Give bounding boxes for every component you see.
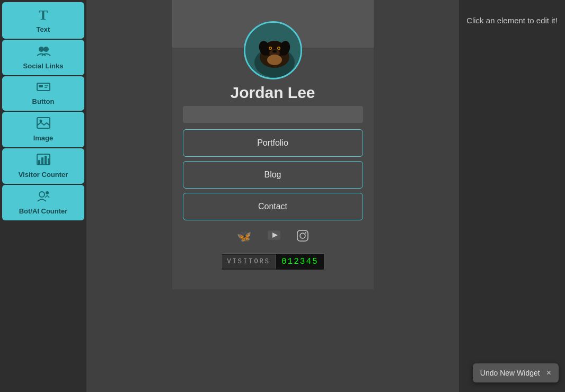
right-panel: Click an element to edit it!: [459, 0, 565, 392]
bot-ai-counter-icon: [37, 190, 50, 205]
image-icon: [37, 117, 50, 132]
sidebar-item-button[interactable]: Button: [2, 76, 84, 111]
svg-point-26: [278, 48, 279, 49]
visitors-count: 012345: [276, 254, 324, 270]
click-hint: Click an element to edit it!: [466, 16, 558, 25]
svg-point-25: [269, 48, 271, 49]
youtube-icon[interactable]: [267, 230, 281, 245]
svg-point-1: [43, 47, 49, 52]
visitor-counter-icon: [37, 154, 50, 168]
blog-button[interactable]: Blog: [183, 161, 363, 189]
sidebar-item-bot-ai-counter-label: Bot/AI Counter: [19, 207, 68, 215]
sidebar-item-visitor-counter[interactable]: Visitor Counter: [2, 148, 84, 184]
sidebar-item-button-label: Button: [32, 97, 55, 105]
sidebar-item-image-label: Image: [33, 134, 54, 142]
svg-point-13: [39, 192, 45, 197]
sidebar-item-image[interactable]: Image: [2, 112, 84, 147]
svg-point-27: [267, 55, 282, 65]
svg-point-0: [39, 47, 44, 52]
sidebar-item-social-links-label: Social Links: [23, 62, 64, 70]
profile-name[interactable]: Jordan Lee: [230, 84, 315, 102]
svg-rect-6: [37, 118, 50, 128]
avatar[interactable]: [244, 21, 302, 79]
visitor-counter: VISITORS 012345: [221, 253, 324, 270]
undo-toast: Undo New Widget ×: [473, 363, 559, 382]
social-icons-row: 🦋: [237, 230, 308, 245]
instagram-icon[interactable]: [297, 230, 308, 245]
social-links-icon: [36, 45, 51, 60]
svg-rect-11: [45, 156, 47, 164]
svg-rect-3: [39, 85, 43, 87]
link-buttons: Portfolio Blog Contact: [183, 129, 363, 220]
sidebar-item-text[interactable]: T Text: [2, 2, 84, 39]
svg-point-14: [46, 191, 49, 194]
svg-rect-10: [41, 157, 43, 164]
visitors-label: VISITORS: [222, 255, 276, 269]
text-icon: T: [39, 7, 48, 23]
svg-rect-9: [38, 160, 40, 164]
canvas: Jordan Lee Portfolio Blog Contact 🦋: [86, 0, 459, 392]
profile-area: Jordan Lee Portfolio Blog Contact 🦋: [172, 48, 374, 289]
svg-point-32: [305, 232, 306, 233]
contact-button[interactable]: Contact: [183, 193, 363, 220]
portfolio-button[interactable]: Portfolio: [183, 129, 363, 157]
svg-point-31: [300, 233, 305, 238]
svg-rect-12: [48, 158, 49, 164]
svg-rect-30: [297, 230, 308, 241]
sidebar-item-bot-ai-counter[interactable]: Bot/AI Counter: [2, 185, 84, 220]
button-icon: [37, 82, 50, 95]
sidebar: T Text Social Links Button: [0, 0, 86, 392]
undo-toast-label: Undo New Widget: [480, 369, 540, 377]
svg-point-22: [272, 50, 277, 53]
profile-bio-bar[interactable]: [183, 106, 363, 123]
sidebar-item-social-links[interactable]: Social Links: [2, 40, 84, 75]
sidebar-item-visitor-counter-label: Visitor Counter: [19, 171, 68, 179]
sidebar-item-text-label: Text: [37, 25, 50, 33]
undo-close-button[interactable]: ×: [546, 369, 551, 377]
butterfly-icon[interactable]: 🦋: [237, 230, 251, 245]
